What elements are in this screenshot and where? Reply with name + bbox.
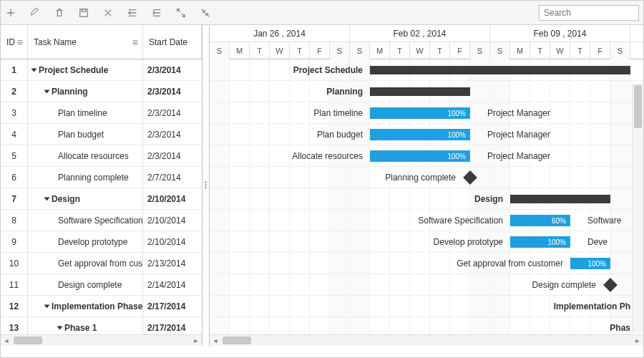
row-task-name[interactable]: Plan budget (28, 124, 143, 145)
row-task-name[interactable]: Project Schedule (28, 59, 143, 80)
summary-bar[interactable] (370, 66, 630, 74)
grid-row[interactable]: 2Planning2/3/2014 (1, 81, 202, 102)
gantt-row[interactable]: 100%Allocate resourcesProject Manager (210, 145, 643, 167)
splitter-handle[interactable]: ••• (203, 25, 210, 346)
expand-caret-icon[interactable] (44, 304, 50, 308)
gantt-row[interactable]: 100%Get approval from customer (210, 253, 643, 274)
row-start-date[interactable]: 2/10/2014 (143, 231, 202, 252)
edit-icon[interactable] (29, 7, 41, 19)
grid-row[interactable]: 11Design complete2/14/2014 (1, 274, 202, 296)
milestone-marker[interactable] (603, 278, 618, 292)
grid-row[interactable]: 6Planning complete2/7/2014 (1, 167, 202, 188)
task-name-label: Get approval from customer (58, 258, 143, 268)
gantt-body[interactable]: Project SchedulePlanning100%Plan timelin… (210, 59, 643, 346)
row-start-date[interactable]: 2/13/2014 (143, 253, 202, 274)
row-task-name[interactable]: Get approval from customer (28, 253, 143, 274)
task-bar[interactable]: 100% (510, 236, 570, 248)
row-task-name[interactable]: Design (28, 188, 143, 209)
expand-caret-icon[interactable] (44, 90, 50, 93)
gantt-row[interactable]: 60%Software SpecificationSoftware (210, 210, 643, 231)
grid-row[interactable]: 7Design2/10/2014 (1, 188, 202, 210)
row-start-date[interactable]: 2/10/2014 (143, 210, 202, 231)
row-task-name[interactable]: Design complete (28, 274, 143, 295)
row-start-date[interactable]: 2/14/2014 (143, 274, 202, 295)
grid-row[interactable]: 4Plan budget2/3/2014 (1, 124, 202, 145)
task-bar[interactable]: 100% (370, 129, 470, 140)
expand-caret-icon[interactable] (31, 68, 37, 72)
collapse-icon[interactable] (200, 7, 211, 19)
scroll-left-icon[interactable]: ◄ (1, 337, 12, 344)
scroll-right-icon[interactable]: ► (632, 337, 643, 344)
row-task-name[interactable]: Software Specification (28, 210, 143, 231)
column-header-task[interactable]: Task Name ≡ (28, 25, 143, 59)
expand-caret-icon[interactable] (44, 197, 50, 200)
day-header: W (270, 42, 290, 59)
row-start-date[interactable]: 2/3/2014 (143, 145, 202, 166)
task-name-label: Implementation Phase (52, 301, 142, 311)
expand-caret-icon[interactable] (57, 326, 63, 329)
row-id: 12 (1, 296, 28, 316)
gantt-vertical-scrollbar[interactable] (632, 84, 643, 333)
gantt-row[interactable]: Project Schedule (210, 59, 643, 81)
indent-icon[interactable] (151, 7, 162, 19)
gantt-row[interactable]: Planning complete (210, 167, 643, 188)
row-task-name[interactable]: Develop prototype (28, 231, 143, 252)
gantt-row[interactable]: 100%Plan timelineProject Manager (210, 102, 643, 124)
day-header: T (530, 42, 550, 59)
day-header: F (590, 42, 610, 59)
scroll-left-icon[interactable]: ◄ (210, 337, 221, 344)
plus-icon[interactable] (5, 7, 16, 19)
grid-row[interactable]: 5Allocate resources2/3/2014 (1, 145, 202, 167)
row-task-name[interactable]: Allocate resources (28, 145, 143, 166)
gantt-row[interactable]: Implementation Ph (210, 296, 643, 317)
progress-label: 100% (447, 131, 466, 139)
gantt-row[interactable]: Design (210, 188, 643, 210)
gantt-row[interactable]: Planning (210, 81, 643, 102)
row-start-date[interactable]: 2/3/2014 (143, 102, 202, 123)
resource-label: Software (583, 210, 621, 231)
task-name-label: Planning complete (58, 173, 129, 183)
grid-row[interactable]: 12Implementation Phase2/17/2014 (1, 296, 202, 317)
row-id: 11 (1, 274, 28, 295)
row-start-date[interactable]: 2/7/2014 (143, 167, 202, 188)
grid-row[interactable]: 3Plan timeline2/3/2014 (1, 102, 202, 124)
summary-bar[interactable] (510, 195, 610, 203)
task-bar[interactable]: 60% (510, 215, 570, 226)
scroll-right-icon[interactable]: ► (190, 337, 202, 344)
row-task-name[interactable]: Plan timeline (28, 102, 143, 123)
task-bar[interactable]: 100% (370, 150, 470, 162)
row-task-name[interactable]: Planning complete (28, 167, 143, 188)
column-header-date[interactable]: Start Date (143, 25, 202, 59)
row-start-date[interactable]: 2/10/2014 (143, 188, 202, 209)
column-header-id[interactable]: ID ≡ (1, 25, 28, 59)
trash-icon[interactable] (54, 7, 65, 19)
grid-row[interactable]: 8Software Specification2/10/2014 (1, 210, 202, 231)
grid-row[interactable]: 1Project Schedule2/3/2014 (1, 59, 202, 81)
grid-row[interactable]: 10Get approval from customer2/13/2014 (1, 253, 202, 274)
expand-icon[interactable] (175, 7, 187, 19)
summary-bar[interactable] (370, 87, 470, 96)
row-start-date[interactable]: 2/3/2014 (143, 81, 202, 102)
task-bar[interactable]: 100% (570, 258, 610, 269)
save-icon[interactable] (78, 7, 89, 19)
gantt-row[interactable]: Design complete (210, 274, 643, 296)
gantt-row[interactable]: 100%Develop prototypeDeve (210, 231, 643, 253)
row-task-name[interactable]: Planning (28, 81, 143, 102)
outdent-icon[interactable] (127, 7, 138, 19)
row-id: 1 (1, 59, 28, 80)
milestone-marker[interactable] (463, 170, 477, 185)
gantt-horizontal-scrollbar[interactable]: ◄ ► (210, 334, 643, 346)
row-start-date[interactable]: 2/17/2014 (143, 296, 202, 316)
row-start-date[interactable]: 2/3/2014 (143, 59, 202, 80)
row-start-date[interactable]: 2/3/2014 (143, 124, 202, 145)
task-bar[interactable]: 100% (370, 107, 470, 119)
row-task-name[interactable]: Implementation Phase (28, 296, 143, 316)
search-input[interactable] (539, 5, 639, 21)
column-menu-icon[interactable]: ≡ (132, 37, 138, 48)
grid-row[interactable]: 9Develop prototype2/10/2014 (1, 231, 202, 253)
cancel-icon[interactable] (102, 7, 114, 19)
column-menu-icon[interactable]: ≡ (17, 37, 23, 48)
grid-horizontal-scrollbar[interactable]: ◄ ► (1, 334, 202, 346)
row-id: 9 (1, 231, 28, 252)
gantt-row[interactable]: 100%Plan budgetProject Manager (210, 124, 643, 145)
